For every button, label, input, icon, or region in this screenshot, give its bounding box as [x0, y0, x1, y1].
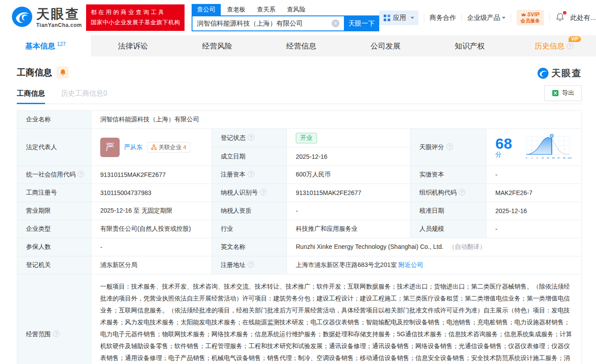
field-label: 登记状态	[221, 134, 245, 141]
divider	[549, 14, 550, 22]
network-icon	[151, 144, 157, 150]
menu-cooperation[interactable]: 商务合作	[430, 14, 456, 22]
help-icon[interactable]	[248, 171, 254, 177]
tab-label: 经营信息	[287, 41, 317, 51]
insured-count-value: -	[91, 238, 212, 256]
search-tab-relation[interactable]: 查关系	[252, 4, 281, 15]
help-icon[interactable]	[446, 143, 453, 150]
svg-text:99: 99	[562, 157, 565, 159]
staff-size-value: -	[487, 220, 582, 238]
tab-label: 法律诉讼	[118, 41, 148, 51]
business-term-value: 2025-12-16 至 无固定期限	[91, 202, 212, 220]
svip-line1: SVIP	[527, 11, 539, 18]
related-companies-badge[interactable]: 关联企业 4	[147, 142, 190, 153]
approval-date-value: 2025-12-16	[487, 202, 582, 220]
page-title: 工商信息	[17, 67, 52, 79]
business-info-table: 企业名称 润智信科能源科技（上海）有限公司 法定代表人 严 严从东	[17, 110, 582, 364]
credit-code-value: 91310115MAK2FE2677	[91, 166, 212, 184]
help-icon[interactable]	[459, 189, 465, 195]
tab-business-info[interactable]: 经营信息	[259, 35, 343, 56]
business-scope-value: 一般项目：技术服务、技术开发、技术咨询、技术交流、技术转让、技术推广；软件开发；…	[91, 274, 582, 364]
divider	[424, 14, 424, 22]
chevron-down-icon	[411, 17, 414, 19]
more-label: 此处有...	[570, 14, 596, 22]
svg-text:50: 50	[547, 157, 549, 159]
apps-menu[interactable]: 应用	[379, 11, 419, 25]
tianyancha-logo[interactable]: 天眼查 TianYanCha.com	[11, 6, 82, 29]
avatar[interactable]: 严	[100, 138, 120, 157]
bell-icon	[60, 69, 66, 76]
tab-label: 经营风险	[202, 41, 232, 51]
slogan-banner: 都在用的商业查询工具 国家中小企业发展子基金旗下机构	[86, 4, 185, 31]
english-name-value: Runzhi Xinke Energy Technology (Shanghai…	[296, 243, 443, 250]
logo-domain: TianYanCha.com	[36, 23, 82, 28]
nearby-companies-link[interactable]: 附近公司	[399, 261, 423, 268]
help-icon[interactable]	[248, 134, 254, 141]
svg-text:1: 1	[531, 157, 532, 159]
field-label: 纳税人识别号	[221, 189, 258, 196]
export-button[interactable]: 导出	[544, 85, 582, 101]
search-tab-boss[interactable]: 查老板	[222, 4, 251, 15]
legal-rep-link[interactable]: 严从东	[124, 143, 143, 151]
menu-more[interactable]: 此处有...	[570, 14, 596, 22]
related-count: 4	[183, 144, 186, 150]
tab-legal-proceedings[interactable]: 法律诉讼	[91, 35, 175, 56]
field-label: 工商注册号	[26, 189, 57, 196]
tab-company-development[interactable]: 公司发展	[343, 35, 428, 56]
tab-label: 公司发展	[370, 41, 400, 51]
tab-intellectual-property[interactable]: 知识产权	[428, 35, 512, 56]
auto-translate-note: （自动翻译）	[449, 243, 486, 250]
search-block: 查公司 查老板 查关系 查风险 天眼一下	[192, 4, 379, 31]
section-sub-tabs: 工商信息 历史工商信息0 导出	[17, 86, 582, 104]
apps-grid-icon	[384, 15, 390, 21]
table-row: 企业类型 有限责任公司(自然人投资或控股) 行业 科技推广和应用服务业 人员规模…	[17, 220, 582, 238]
help-icon[interactable]	[78, 171, 84, 177]
field-label: 实缴资本	[419, 171, 444, 178]
search-button[interactable]: 天眼一下	[344, 15, 379, 31]
tianyancha-logo-icon	[11, 6, 33, 29]
tianyan-score[interactable]: 68分	[495, 132, 575, 163]
excel-icon	[552, 90, 559, 97]
svip-member-button[interactable]: SVIP 会员服务	[517, 10, 544, 26]
subtab-history-registration[interactable]: 历史工商信息0	[61, 89, 107, 104]
search-tab-company[interactable]: 查公司	[192, 4, 221, 15]
subscribe-bell-button[interactable]	[57, 66, 69, 79]
field-label: 组织机构代码	[419, 189, 456, 196]
help-icon[interactable]	[53, 330, 60, 337]
tab-business-risk[interactable]: 经营风险	[175, 35, 260, 56]
table-row: 经营范围 一般项目：技术服务、技术开发、技术咨询、技术交流、技术转让、技术推广；…	[17, 274, 582, 364]
help-icon[interactable]	[260, 189, 267, 195]
enterprise-label: 企业级产品	[467, 14, 500, 22]
svg-text:97: 97	[557, 157, 560, 159]
field-label: 行业	[221, 225, 233, 232]
notifications-button[interactable]	[555, 13, 565, 23]
clear-search-icon[interactable]	[332, 19, 339, 27]
help-icon[interactable]	[248, 261, 254, 268]
menu-enterprise[interactable]: 企业级产品	[467, 14, 505, 22]
search-input[interactable]	[192, 15, 344, 31]
score-distribution-chart: 0 1 3 15 50 85 97 99 100	[523, 132, 573, 163]
table-row: 营业期限 2025-12-16 至 无固定期限 纳税人资质 - 核准日期 202…	[17, 202, 582, 220]
reg-capital-value: 600万人民币	[287, 166, 411, 184]
divider	[511, 14, 511, 22]
field-label: 企业名称	[26, 116, 51, 123]
svip-line2: 会员服务	[521, 18, 540, 24]
establish-date-value: 2025-12-16	[287, 147, 411, 166]
slogan-line1: 都在用的商业查询工具	[91, 8, 180, 18]
table-row: 工商注册号 310115004737983 纳税人识别号 91310115MAK…	[17, 184, 582, 202]
field-label: 法定代表人	[26, 143, 57, 150]
tab-label: 基本信息	[25, 41, 55, 51]
search-tab-risk[interactable]: 查风险	[282, 4, 311, 15]
field-label: 登记机关	[26, 261, 51, 268]
help-icon[interactable]	[567, 43, 573, 49]
tab-history-info[interactable]: 历史信息 VIP	[512, 35, 596, 56]
subtab-business-registration[interactable]: 工商信息	[17, 89, 45, 104]
table-row: 统一社会信用代码 91310115MAK2FE2677 注册资本 600万人民币…	[17, 166, 582, 184]
section-header: 工商信息 天眼查	[17, 66, 582, 79]
field-label: 成立日期	[221, 153, 245, 160]
divider	[461, 14, 462, 22]
company-type-value: 有限责任公司(自然人投资或控股)	[91, 220, 212, 238]
org-code-value: MAK2FE26-7	[487, 184, 582, 202]
tab-basic-info[interactable]: 基本信息 127	[0, 35, 91, 56]
svg-text:15: 15	[541, 157, 544, 159]
